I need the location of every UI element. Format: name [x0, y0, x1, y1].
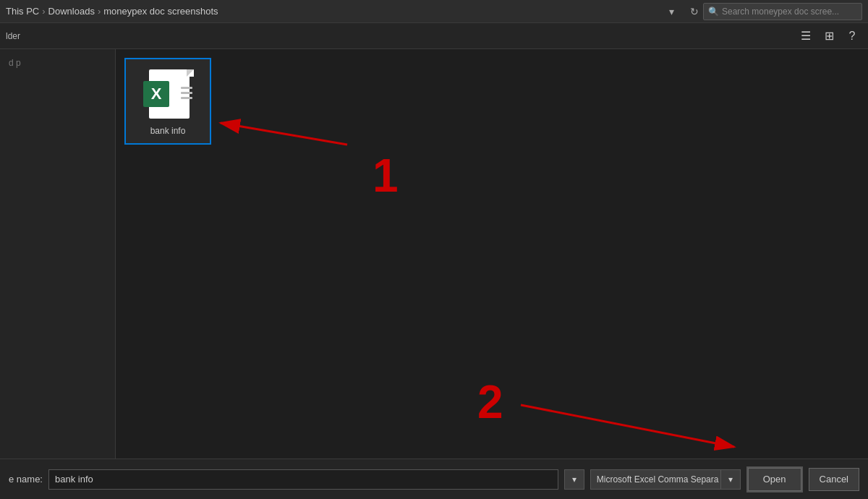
filename-input[interactable] — [48, 469, 558, 490]
filename-dropdown-arrow[interactable]: ▾ — [564, 469, 584, 490]
title-bar-icons: ▾ ↻ — [663, 3, 703, 20]
excel-page-fold — [187, 69, 194, 77]
view-grid-button[interactable]: ⊞ — [819, 27, 839, 46]
filetype-label: Microsoft Excel Comma Separa — [590, 469, 720, 490]
excel-line-1 — [181, 87, 192, 89]
open-button-highlight: Open — [746, 466, 803, 492]
excel-line-3 — [181, 97, 192, 99]
file-area: X bank info 1 2 — [116, 49, 868, 459]
annotation-arrow-2 — [521, 405, 734, 447]
file-name-label: bank info — [150, 126, 186, 136]
cancel-button[interactable]: Cancel — [809, 468, 859, 491]
toolbar-label: lder — [6, 31, 20, 41]
annotation-arrow-1 — [221, 123, 347, 145]
open-button-wrapper: Open — [746, 466, 803, 492]
search-placeholder: Search moneypex doc scree... — [722, 7, 839, 17]
annotation-layer: 1 2 — [116, 49, 868, 459]
sidebar-item-2[interactable] — [0, 71, 115, 77]
dropdown-icon[interactable]: ▾ — [663, 3, 680, 20]
filename-label: e name: — [9, 474, 43, 485]
help-button[interactable]: ? — [842, 27, 862, 46]
bottom-bar: e name: ▾ Microsoft Excel Comma Separa ▾… — [0, 459, 868, 499]
breadcrumb-this-pc[interactable]: This PC — [6, 6, 39, 17]
excel-icon: X — [142, 67, 194, 124]
refresh-icon[interactable]: ↻ — [686, 3, 703, 20]
excel-badge: X — [143, 81, 169, 107]
sidebar-item-1[interactable]: d p — [0, 55, 115, 71]
breadcrumb-sep-1: › — [42, 6, 45, 17]
annotation-number-1: 1 — [373, 150, 399, 202]
excel-lines — [181, 87, 192, 99]
toolbar: lder ☰ ⊞ ? — [0, 23, 868, 49]
sidebar: d p — [0, 49, 116, 459]
breadcrumb-sep-2: › — [98, 6, 101, 17]
excel-line-2 — [181, 92, 192, 94]
breadcrumb[interactable]: This PC › Downloads › moneypex doc scree… — [6, 6, 657, 17]
filetype-dropdown-arrow[interactable]: ▾ — [720, 469, 741, 490]
main-area: d p X bank info — [0, 49, 868, 459]
annotation-number-2: 2 — [477, 376, 503, 428]
view-list-button[interactable]: ☰ — [796, 27, 816, 46]
search-icon: 🔍 — [708, 7, 719, 17]
breadcrumb-folder[interactable]: moneypex doc screenshots — [103, 6, 218, 17]
toolbar-right: ☰ ⊞ ? — [796, 27, 862, 46]
open-button[interactable]: Open — [748, 468, 801, 491]
search-box[interactable]: 🔍 Search moneypex doc scree... — [703, 3, 862, 20]
file-icon-bank-info[interactable]: X bank info — [124, 58, 211, 145]
breadcrumb-downloads[interactable]: Downloads — [48, 6, 95, 17]
title-bar: This PC › Downloads › moneypex doc scree… — [0, 0, 868, 23]
filetype-select: Microsoft Excel Comma Separa ▾ — [590, 469, 741, 490]
